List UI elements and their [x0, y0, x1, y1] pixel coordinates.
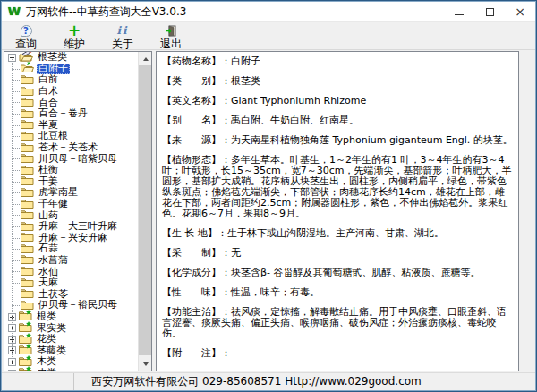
tree-item-label: 白术 [37, 86, 60, 97]
window-controls: × [444, 2, 535, 21]
tree-item[interactable]: 皮类 [4, 368, 138, 371]
tree-item-label: 白附子 [37, 64, 70, 74]
scroll-down-button[interactable] [139, 357, 152, 371]
detail-section-label: 【化学成分】： [162, 267, 231, 278]
tree-connector-line [12, 260, 20, 261]
detail-section-text: 无 [231, 247, 241, 259]
exit-door-icon [166, 24, 177, 38]
tree-connector-line [12, 283, 20, 284]
tree-item-label: 天麻 [37, 277, 60, 288]
query-button-label: 查询 [15, 38, 37, 50]
about-button[interactable]: ii 关于 [100, 23, 145, 50]
detail-section: 【采 制】：无 [162, 248, 513, 259]
tree-item-label: 百合 [37, 98, 60, 108]
detail-section-text: 生于林下或山沟阴湿地。主产河南、甘肃、湖北。 [227, 227, 444, 239]
detail-section-label: 【性 味】： [162, 286, 231, 298]
app-logo-icon: W [7, 4, 21, 19]
minimize-button[interactable] [444, 2, 474, 21]
detail-section-text: Giant Typhoniumh Rhizome [231, 95, 366, 107]
app-window: W 万网软件--中草药查询大全V3.0.3 × ? 查询 + 维护 ii 关于 [0, 0, 537, 392]
toolbar: ? 查询 + 维护 ii 关于 退出 [2, 22, 535, 50]
status-text: 西安万网软件有限公司 029-85608571 Http://www.029go… [74, 373, 439, 390]
tree-connector-line [12, 182, 20, 183]
detail-section: 【附 注】： [162, 348, 513, 359]
detail-section: 【药物名称】：白附子 [162, 56, 513, 67]
tree-connector-line [12, 215, 20, 216]
close-button[interactable]: × [505, 2, 535, 21]
tree-connector-line [12, 170, 20, 171]
tree-connector-line [12, 294, 20, 294]
scroll-up-button[interactable] [139, 52, 152, 65]
detail-section-label: 【英文名称】： [162, 95, 231, 107]
status-bar: 西安万网软件有限公司 029-85608571 Http://www.029go… [2, 372, 535, 390]
tree-item-label: 杜衡 [37, 165, 60, 175]
tree-item-label: 皮类 [35, 368, 58, 371]
tree-scrollbar[interactable] [138, 52, 151, 371]
detail-section-text: 为天南星科植物独角莲 Typhonium giganteum Engl. 的块茎… [231, 134, 513, 146]
arrow-down-icon [143, 362, 149, 366]
detail-section-label: 【来 源】： [162, 134, 231, 146]
tree-connector-line [12, 192, 20, 193]
expand-box-icon[interactable] [8, 370, 16, 371]
tree-connector-line [12, 249, 20, 250]
tree-item-label: 伊贝母－裕民贝母 [37, 300, 119, 311]
tree-connector-line [12, 226, 20, 227]
maintain-button[interactable]: + 维护 [52, 23, 97, 50]
detail-section-text: 块茎含β- 谷甾醇及其葡萄糖甙、肌醇、粘液质、蔗糖等。 [231, 267, 481, 278]
tree-item-label: 石蒜 [37, 243, 60, 254]
tree-connector-line [12, 204, 20, 205]
detail-section-text: 禹白附、牛奶白附、红南星。 [231, 115, 359, 126]
tree-item-label: 升麻－兴安升麻 [37, 233, 109, 243]
detail-section-label: 【生 长 地】： [162, 227, 227, 239]
tree-item-label: 根类 [35, 311, 58, 322]
detail-section: 【化学成分】：块茎含β- 谷甾醇及其葡萄糖甙、肌醇、粘液质、蔗糖等。 [162, 268, 513, 278]
status-panel-left [2, 373, 74, 390]
add-plus-icon: + [68, 24, 81, 38]
tree-item-label: 川贝母－暗紫贝母 [37, 154, 119, 165]
minimize-icon [455, 14, 464, 15]
maintain-button-label: 维护 [64, 38, 85, 50]
tree-item-label: 木类 [35, 356, 58, 367]
detail-section: 【功能主治】：祛风痰，定惊搐，解毒散结止痛。用于中风痰壅、口眼歪斜、语言涩謇、痰… [162, 307, 513, 339]
tree-item-label: 苍术－关苍术 [37, 142, 99, 153]
tree-connector-line [12, 80, 20, 81]
detail-section: 【类 别】：根茎类 [162, 76, 513, 87]
category-tree-panel[interactable]: 根茎类白附子白前白术百合百合－卷丹半夏北豆根苍术－关苍术川贝母－暗紫贝母杜衡干姜… [4, 51, 152, 371]
tree-item-label: 白前 [37, 74, 60, 85]
scrollbar-thumb[interactable] [139, 65, 152, 355]
detail-section: 【植物形态】：多年生草本。叶基生，1～2年生的有1 叶，3～4年生的有3～4叶；… [162, 155, 513, 219]
starred-folder-icon [19, 366, 32, 371]
tree-item-label: 水菖蒲 [37, 255, 70, 266]
query-button[interactable]: ? 查询 [4, 23, 48, 50]
title-bar: W 万网软件--中草药查询大全V3.0.3 × [2, 2, 535, 22]
detail-section: 【别 名】：禹白附、牛奶白附、红南星。 [162, 115, 513, 126]
tree-connector-line [12, 238, 20, 239]
maximize-button[interactable] [474, 2, 505, 21]
close-icon: × [515, 5, 525, 18]
herb-detail-panel[interactable]: 【药物名称】：白附子【类 别】：根茎类【英文名称】：Giant Typhoniu… [156, 51, 519, 371]
tree-connector-line [12, 91, 20, 92]
category-tree: 根茎类白附子白前白术百合百合－卷丹半夏北豆根苍术－关苍术川贝母－暗紫贝母杜衡干姜… [4, 52, 138, 371]
detail-section-text: 白附子 [231, 55, 260, 67]
tree-item-label: 虎掌南星 [37, 187, 80, 198]
exit-button[interactable]: 退出 [149, 23, 193, 50]
tree-item-label: 干姜 [37, 176, 60, 187]
tree-connector-line [12, 158, 20, 159]
detail-section: 【性 味】：性温，味辛；有毒。 [162, 287, 513, 298]
tree-item-label: 北豆根 [37, 131, 70, 141]
tree-connector-line [12, 136, 20, 137]
arrow-up-icon [143, 57, 149, 61]
main-area: 根茎类白附子白前白术百合百合－卷丹半夏北豆根苍术－关苍术川贝母－暗紫贝母杜衡干姜… [2, 51, 535, 372]
tree-item-label: 茎藤类 [35, 345, 68, 356]
detail-section-label: 【附 注】： [162, 347, 231, 359]
tree-item-label: 果实类 [35, 323, 68, 334]
maximize-icon [486, 8, 494, 16]
query-help-bubble-icon: ? [21, 24, 32, 38]
tree-item-label: 百合－卷丹 [37, 108, 90, 119]
tree-item-label: 水仙 [37, 267, 60, 277]
tree-connector-line [12, 102, 20, 103]
detail-section: 【来 源】：为天南星科植物独角莲 Typhonium giganteum Eng… [162, 135, 513, 146]
tree-connector-line [12, 59, 13, 363]
detail-section-label: 【别 名】： [162, 115, 231, 126]
tree-item-label: 山药 [37, 210, 60, 221]
